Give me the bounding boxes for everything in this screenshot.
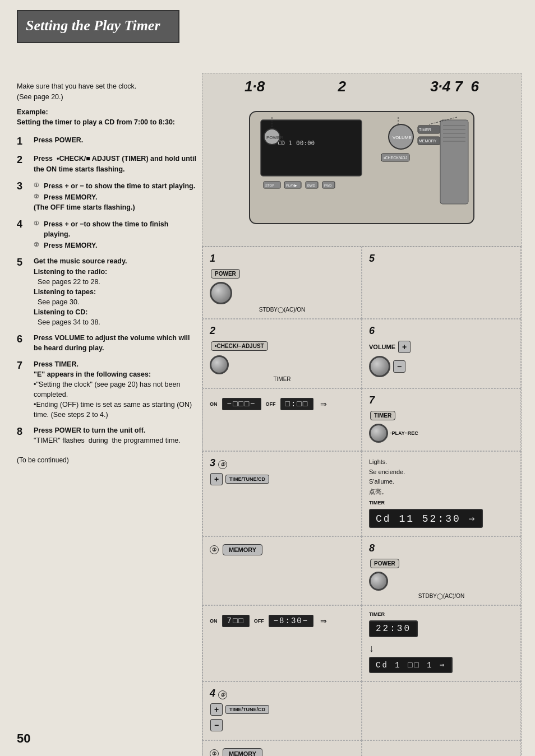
diagram-step-4-sub1: 4 ① + TIME/TUNE/CD − <box>202 681 362 740</box>
step-3: 3 ①Press + or − to show the time to star… <box>17 180 196 212</box>
time-tune-cd-btn-4[interactable]: TIME/TUNE/CD <box>225 705 269 714</box>
svg-text:VOLUME: VOLUME <box>393 135 412 140</box>
diagram-step-7: 7 TIMER ·PLAY··REC <box>362 388 521 451</box>
diagram-label-18: 1·8 <box>245 78 265 95</box>
continued-note: (To be continued) <box>17 456 196 464</box>
power-btn-label-8: POWER <box>370 559 399 568</box>
diagram-step-2: 2 •CHECK/−ADJUST TIMER <box>202 319 362 388</box>
step4-minus[interactable]: − <box>210 719 223 731</box>
diagram-step-6: 6 VOLUME + − <box>362 319 521 388</box>
step-8: 8 Press POWER to turn the unit off. "TIM… <box>17 425 196 446</box>
step-7: 7 Press TIMER. "E" appears in the follow… <box>17 359 196 420</box>
device-image: CD 1 00:00 STOP PLAY▶ BWD FWD VOLUME •CH… <box>202 73 521 246</box>
svg-text:STOP: STOP <box>265 184 274 187</box>
title-block: Setting the Play Timer <box>17 10 179 43</box>
step4-off-display: −8:30− <box>269 615 313 627</box>
steps-diagram-grid: 1 POWER STDBY◯(AC)/ON 5 2 •CHECK/−ADJUST… <box>202 247 522 756</box>
diagram-filler-bottom <box>362 740 521 756</box>
diagram-step-1: 1 POWER STDBY◯(AC)/ON <box>202 247 362 319</box>
diagram-label-2: 2 <box>338 78 345 95</box>
power-btn-label: POWER <box>211 269 240 279</box>
step-4: 4 ①Press + or −to show the time to finis… <box>17 218 196 251</box>
step-5: 5 Get the music source ready. Listening … <box>17 256 196 327</box>
step3-on-display: −□□□− <box>222 398 261 410</box>
timer-label: TIMER <box>210 376 354 382</box>
diagram-step-4-on: ON 7□□ OFF −8:30− ⇒ <box>202 605 362 681</box>
svg-text:BWD: BWD <box>307 184 316 187</box>
time-tune-cd-btn[interactable]: TIME/TUNE/CD <box>225 475 269 484</box>
diagram-step-4-memory: ② MEMORY <box>202 740 362 756</box>
step8-timer-display: 22:30 <box>369 620 418 637</box>
diagram-step-3-on: ON −□□□− OFF □:□□ ⇒ <box>202 388 362 451</box>
step7-timer-display: Cd 11 52:30 ⇒ <box>369 509 483 528</box>
step3-plus[interactable]: + <box>210 473 223 485</box>
intro-text: Make sure that you have set the clock. (… <box>17 81 196 103</box>
timer-badge-8: TIMER <box>369 611 514 617</box>
page-number: 50 <box>17 731 30 746</box>
example-description: Setting the timer to play a CD from 7:00… <box>17 118 196 128</box>
diagram-filler-right <box>362 681 521 740</box>
timer-btn-label: TIMER <box>370 411 395 420</box>
svg-text:•CHECK/ADJ: •CHECK/ADJ <box>384 156 407 160</box>
diagram-label-347: 3·4 7 6 <box>430 78 479 95</box>
stdby-label: STDBY◯(AC)/ON <box>210 307 354 313</box>
diagram-step-5: 5 <box>362 247 521 319</box>
step-1: 1 Press POWER. <box>17 135 196 148</box>
diagram-area: 1·8 2 3·4 7 6 CD 1 00:00 STOP PLAY▶ BWD <box>202 73 522 756</box>
device-svg: CD 1 00:00 STOP PLAY▶ BWD FWD VOLUME •CH… <box>244 95 479 240</box>
diagram-step-8: 8 POWER STDBY◯(AC)/ON <box>362 536 521 605</box>
stdby-label-8: STDBY◯(AC)/ON <box>369 593 514 599</box>
volume-knob <box>369 356 390 377</box>
svg-text:POWER: POWER <box>266 135 283 140</box>
step3-off-display: □:□□ <box>280 398 314 410</box>
step-6: 6 Press VOLUME to adjust the volume whic… <box>17 333 196 353</box>
volume-label: VOLUME <box>369 344 395 350</box>
volume-minus[interactable]: − <box>393 360 405 373</box>
svg-text:FWD: FWD <box>324 184 332 187</box>
svg-text:MEMORY: MEMORY <box>419 139 437 143</box>
svg-rect-1 <box>261 120 362 176</box>
diagram-step-labels: 1·8 2 3·4 7 6 <box>202 78 521 95</box>
power-knob <box>210 282 232 304</box>
svg-text:CD   1  00:00: CD 1 00:00 <box>278 140 315 147</box>
timer-knob <box>369 424 388 443</box>
diagram-step-7-display: Lights.Se enciende.S'allume.点亮。 TIMER Cd… <box>362 451 521 536</box>
power-knob-8 <box>369 572 388 591</box>
step4-on-display: 7□□ <box>222 615 250 627</box>
diagram-step-3-memory: ② MEMORY <box>202 536 362 605</box>
step8-cd-display: Cd 1 □□ 1 ⇒ <box>369 657 453 673</box>
lights-text: Lights.Se enciende.S'allume.点亮。 <box>369 457 514 497</box>
step4-plus[interactable]: + <box>210 703 223 716</box>
svg-rect-19 <box>440 120 468 204</box>
memory-btn-1[interactable]: MEMORY <box>223 544 262 555</box>
timer-badge: TIMER <box>369 500 514 505</box>
step-2: 2 Press •CHECK/■ ADJUST (TIMER) and hold… <box>17 154 196 174</box>
instructions-column: Make sure that you have set the clock. (… <box>17 81 196 464</box>
diagram-step-8-display: TIMER 22:30 ↓ Cd 1 □□ 1 ⇒ <box>362 605 521 681</box>
check-adjust-btn: •CHECK/−ADJUST <box>211 341 268 351</box>
example-label: Example: <box>17 108 196 116</box>
device-illustration: 1·8 2 3·4 7 6 CD 1 00:00 STOP PLAY▶ BWD <box>202 73 522 247</box>
svg-text:PLAY▶: PLAY▶ <box>286 184 297 187</box>
play-rec-label: ·PLAY··REC <box>390 430 418 436</box>
volume-plus[interactable]: + <box>398 341 411 353</box>
diagram-step-3-sub1: 3 ① + TIME/TUNE/CD <box>202 451 362 536</box>
svg-text:TIMER: TIMER <box>419 128 431 132</box>
adjust-knob <box>210 355 229 374</box>
page-title: Setting the Play Timer <box>26 17 170 34</box>
memory-btn-2[interactable]: MEMORY <box>223 748 262 756</box>
